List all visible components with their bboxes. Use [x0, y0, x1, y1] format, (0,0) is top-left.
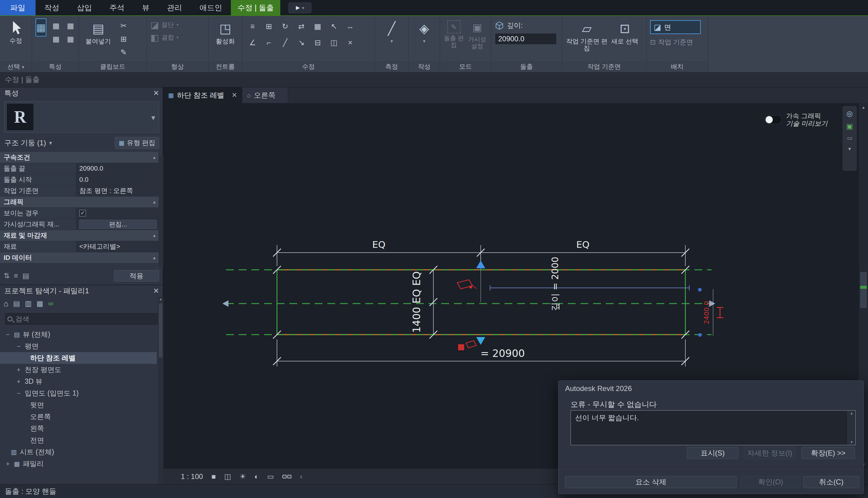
sort-rows-icon[interactable]: ▤: [22, 272, 29, 280]
ribbon-tab-annotate[interactable]: 주석: [101, 0, 133, 15]
paste-button[interactable]: ▤ 붙여넣기: [83, 18, 114, 44]
chevron-down-icon[interactable]: ▾: [151, 113, 155, 122]
match-type-button[interactable]: ✎: [117, 46, 130, 58]
vertical-dimension[interactable]: [429, 266, 437, 339]
browser-scrollbar[interactable]: ▴: [158, 297, 163, 484]
tree-item-sheets[interactable]: ▥ 시트 (전체): [0, 446, 163, 458]
sort-group-icon[interactable]: ⇅: [4, 272, 10, 280]
reveal-hidden-icon[interactable]: [282, 475, 292, 479]
show-button[interactable]: 표시(S): [687, 447, 738, 459]
depth-dimension[interactable]: [490, 285, 689, 291]
schedules-filter-icon[interactable]: ▦: [37, 299, 43, 308]
property-row[interactable]: 돌출 끝 20900.0: [0, 163, 159, 174]
home-3d-icon[interactable]: ▣: [846, 122, 853, 131]
edit-work-plane-button[interactable]: ▱ 작업 기준면 편집: [566, 18, 608, 52]
detail-level-icon[interactable]: ■: [211, 472, 216, 481]
collapse-bar-icon[interactable]: ‹: [300, 472, 302, 481]
plane-grip-left[interactable]: [223, 300, 228, 307]
tree-item-lower-ref-level[interactable]: 하단 참조 레벨: [0, 352, 157, 364]
mirror-button[interactable]: ⇄: [295, 20, 308, 32]
property-row[interactable]: 재료 <카테고리별>: [0, 241, 159, 252]
properties-scrollbar[interactable]: [159, 156, 163, 267]
eq-label-left[interactable]: EQ: [372, 239, 386, 250]
offset-button[interactable]: ↔: [344, 20, 357, 32]
delete-button[interactable]: ×: [344, 37, 357, 49]
edit-extrusion-button[interactable]: ✎ 돌출 편집: [444, 18, 464, 49]
group-label-control[interactable]: 컨트롤: [209, 61, 242, 72]
search-input[interactable]: [15, 315, 156, 323]
eq-label-right[interactable]: EQ: [576, 239, 589, 250]
property-row[interactable]: 보이는 경우 ✓: [0, 208, 159, 219]
close-icon[interactable]: ✕: [232, 91, 237, 99]
unpin-button[interactable]: ⊟: [311, 37, 324, 49]
scroll-up-icon[interactable]: ▴: [859, 104, 868, 110]
expand-icon[interactable]: +: [16, 378, 22, 385]
modify-tool-button[interactable]: 수정: [4, 18, 28, 44]
property-value[interactable]: <카테고리별>: [76, 241, 159, 252]
drag-arrow-up[interactable]: [476, 260, 485, 268]
sheets-filter-icon[interactable]: ▥: [25, 299, 32, 308]
section-materials[interactable]: 재료 및 마감재▴: [0, 230, 159, 241]
chevron-down-icon[interactable]: ▾: [49, 139, 52, 146]
property-row[interactable]: 작업 기준면 참조 평면 : 오른쪽: [0, 185, 159, 197]
cut-to-clipboard-button[interactable]: ✂: [117, 19, 130, 32]
property-value[interactable]: ✓: [76, 208, 159, 219]
ribbon-tab-insert[interactable]: 삽입: [68, 0, 101, 15]
visibility-settings-button[interactable]: ▣ 가시성 설정: [467, 18, 488, 50]
cancel-button[interactable]: 취소(C): [803, 476, 859, 488]
close-icon[interactable]: ✕: [153, 89, 159, 97]
group-label-create[interactable]: 작성: [409, 61, 440, 72]
tree-item-front[interactable]: 전면: [0, 434, 163, 446]
tree-item-views[interactable]: − ▤ 뷰 (전체): [0, 329, 163, 340]
group-label-properties[interactable]: 특성: [32, 61, 79, 72]
group-label-measure[interactable]: 측정: [375, 61, 409, 72]
scale-control[interactable]: 1 : 100: [181, 472, 203, 481]
property-value[interactable]: 0.0: [76, 174, 159, 185]
temp-dim-label[interactable]: 2400.0: [703, 301, 710, 324]
vertical-dim-label[interactable]: 1400 EQ EQ: [411, 271, 423, 333]
scroll-down-icon[interactable]: ▾: [848, 440, 855, 444]
window-layout-icon[interactable]: ▦: [64, 19, 77, 32]
collapse-icon[interactable]: −: [16, 390, 22, 397]
ribbon-tab-view[interactable]: 뷰: [133, 0, 158, 15]
group-label-work-plane[interactable]: 작업 기준면: [562, 61, 646, 72]
chevron-down-icon[interactable]: ▾: [848, 146, 851, 152]
file-menu-button[interactable]: 파일: [0, 0, 36, 15]
home-icon[interactable]: ⌂: [4, 299, 9, 309]
group-label-modify[interactable]: 수정: [242, 61, 375, 72]
work-plane-marker[interactable]: [466, 341, 476, 348]
views-filter-icon[interactable]: ▤: [13, 299, 20, 308]
scale-button[interactable]: ↘: [295, 37, 308, 49]
endpoint-grip[interactable]: [698, 333, 702, 337]
center-drag-handle[interactable]: [476, 253, 485, 345]
tree-item-right[interactable]: 오른쪽: [0, 411, 163, 423]
dialog-message-scrollbar[interactable]: ▴ ▾: [847, 410, 855, 445]
group-label-clipboard[interactable]: 클립보드: [79, 61, 146, 72]
depth-dim-label[interactable]: 깊이 = 2000: [550, 257, 560, 311]
window-layout-icon[interactable]: ▦: [50, 33, 63, 45]
property-row[interactable]: 가시성/그래픽 재... 편집...: [0, 219, 159, 230]
sort-list-icon[interactable]: ≡: [14, 272, 18, 280]
copy-to-clipboard-button[interactable]: ⊞: [117, 33, 130, 45]
ribbon-tab-addins[interactable]: 애드인: [191, 0, 231, 15]
pin-button[interactable]: ◫: [327, 37, 340, 49]
endpoint-grip[interactable]: [698, 288, 702, 291]
type-selector[interactable]: R ▾: [4, 101, 159, 133]
edit-visibility-button[interactable]: 편집...: [79, 220, 157, 229]
angle-button[interactable]: ∠: [246, 37, 259, 49]
tree-item-elevations[interactable]: − 입면도 (입면도 1): [0, 388, 163, 399]
visible-checkbox[interactable]: ✓: [79, 210, 86, 217]
trim-button[interactable]: ⌐: [262, 37, 276, 49]
group-label-geometry[interactable]: 형상: [147, 61, 208, 72]
place-on-face-button[interactable]: ◪ 면: [650, 20, 701, 34]
collapse-icon[interactable]: −: [16, 342, 22, 350]
depth-input[interactable]: [495, 33, 557, 44]
error-dialog[interactable]: Autodesk Revit 2026 오류 - 무시할 수 없습니다 선이 너…: [558, 380, 864, 494]
rotate-button[interactable]: ↻: [279, 20, 292, 32]
delete-element-button[interactable]: 요소 삭제: [565, 476, 737, 488]
property-value[interactable]: 편집...: [76, 219, 159, 230]
close-icon[interactable]: ✕: [153, 287, 159, 295]
tree-item-ceiling-plans[interactable]: + 천장 평면도: [0, 364, 163, 376]
apply-button[interactable]: 적용: [114, 270, 159, 281]
collapse-icon[interactable]: −: [5, 331, 11, 339]
